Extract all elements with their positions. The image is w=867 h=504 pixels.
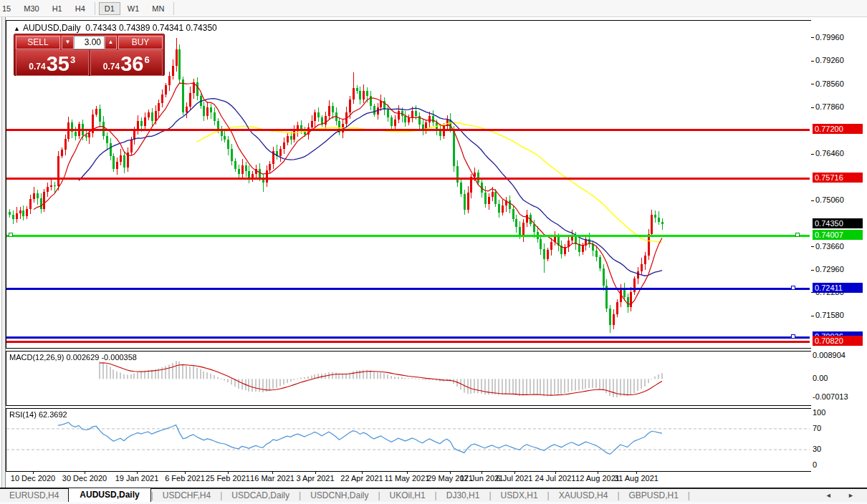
price-tag-red: 0.75716 — [813, 173, 863, 183]
rsi-tick-label: 30 — [813, 445, 821, 453]
chart-tab-audusd[interactable]: AUDUSD,Daily — [68, 488, 150, 502]
chart-ohlc-values: 0.74343 0.74389 0.74341 0.74350 — [85, 23, 217, 33]
price-tick-label: 0.73660 — [815, 242, 844, 251]
timeframe-button-w1[interactable]: W1 — [122, 2, 145, 15]
chart-tab-ukoil[interactable]: UKOil,H1 — [380, 490, 435, 501]
macd-tick-label: -0.007013 — [813, 392, 848, 401]
hline-drag-handle[interactable] — [795, 233, 800, 237]
timeframe-button-15[interactable]: 15 — [1, 2, 16, 15]
price-tick-label: 0.77860 — [815, 102, 844, 111]
date-axis[interactable]: 10 Dec 202030 Dec 202019 Jan 20216 Feb 2… — [6, 472, 811, 486]
toolbar-separator — [95, 2, 95, 15]
timeframe-button-mn[interactable]: MN — [146, 2, 170, 15]
rsi-tick-label: 100 — [813, 408, 825, 417]
chart-title: ▲AUDUSD,Daily 0.74343 0.74389 0.74341 0.… — [14, 23, 217, 33]
tick-mark — [811, 154, 814, 155]
hline-drag-handle[interactable] — [791, 334, 795, 339]
date-tick-label: 22 Apr 2021 — [340, 474, 383, 483]
chart-tab-usdchf[interactable]: USDCHF,H4 — [153, 490, 220, 501]
date-tick-label: 6 Feb 2021 — [165, 474, 205, 483]
chart-tab-xauusd[interactable]: XAUUSD,H4 — [550, 490, 618, 501]
macd-indicator-panel[interactable]: MACD(12,26,9) 0.002629 -0.000358 — [6, 351, 812, 406]
chart-tab-bar[interactable]: EURUSD,H4AUDUSD,Daily|USDCHF,H4|USDCAD,D… — [0, 489, 867, 502]
rsi-tick-label: 70 — [813, 424, 821, 432]
tick-mark — [811, 270, 814, 271]
hline-drag-handle[interactable] — [791, 286, 795, 290]
rsi-label: RSI(14) 62.3692 — [9, 410, 67, 419]
macd-tick-label: 0.008904 — [813, 351, 846, 359]
toolbar-separator — [173, 2, 174, 15]
buy-price-sup: 6 — [144, 54, 149, 65]
sell-price-prefix: 0.74 — [29, 62, 45, 72]
symbol-arrow-icon: ▲ — [14, 25, 20, 32]
sell-price-big: 35 — [47, 54, 70, 74]
date-tick-label: 12 Aug 2021 — [575, 474, 620, 483]
price-tick: 0.72960 — [811, 265, 844, 273]
price-tick: 0.78560 — [811, 79, 844, 88]
macd-values: 0.002629 -0.000358 — [66, 353, 136, 362]
rsi-canvas[interactable] — [6, 409, 810, 470]
tick-mark — [811, 107, 814, 108]
date-tick-label: 10 Dec 2020 — [11, 474, 55, 483]
sell-price-sup: 3 — [70, 54, 75, 65]
timeframe-toolbar[interactable]: 15M30H1H4D1W1MN — [0, 0, 867, 17]
buy-price-display[interactable]: 0.74 36 6 — [90, 50, 163, 76]
volume-down-button[interactable]: ▼ — [62, 36, 74, 49]
price-tick-label: 0.78560 — [815, 79, 844, 88]
price-tick: 0.76460 — [811, 149, 844, 158]
macd-tick-label: 0.00 — [813, 374, 828, 382]
tick-mark — [811, 246, 814, 247]
tick-mark — [811, 61, 814, 62]
price-tick-label: 0.71580 — [815, 311, 844, 319]
tick-mark — [811, 316, 814, 316]
timeframe-button-h4[interactable]: H4 — [70, 2, 91, 15]
chart-tab-usdcnh[interactable]: USDCNH,Daily — [301, 490, 378, 501]
hline-drag-handle[interactable] — [9, 233, 13, 237]
price-tick: 0.79260 — [811, 56, 844, 64]
chart-tab-usdx[interactable]: USDX,H1 — [492, 490, 547, 501]
buy-price-big: 36 — [120, 54, 143, 74]
timeframe-button-d1[interactable]: D1 — [99, 2, 120, 15]
chart-symbol-period: AUDUSD,Daily — [23, 23, 81, 33]
price-chart-panel[interactable]: ▲AUDUSD,Daily 0.74343 0.74389 0.74341 0.… — [6, 20, 812, 349]
rsi-indicator-panel[interactable]: RSI(14) 62.3692 — [6, 408, 812, 472]
tab-separator: | — [688, 490, 690, 500]
date-tick-label: 16 Mar 2021 — [250, 474, 294, 483]
price-tag-green: 0.74007 — [813, 230, 863, 240]
price-tick-label: 0.72960 — [815, 265, 844, 273]
price-axis[interactable]: 0.799600.792600.785600.778600.764600.750… — [811, 20, 867, 472]
chart-tab-usdcad[interactable]: USDCAD,Daily — [222, 490, 299, 501]
price-tag-red: 0.77200 — [813, 124, 863, 134]
price-tick: 0.71580 — [811, 311, 844, 319]
rsi-tick-label: 0 — [813, 460, 817, 469]
timeframe-button-h1[interactable]: H1 — [47, 2, 68, 15]
buy-button[interactable]: BUY — [118, 36, 163, 49]
price-tick-label: 0.76460 — [815, 149, 844, 158]
date-tick-label: 30 Dec 2020 — [62, 474, 107, 483]
timeframe-button-m30[interactable]: M30 — [18, 2, 44, 15]
tick-mark — [811, 84, 814, 84]
price-tag-blue: 0.72411 — [813, 283, 863, 293]
chart-tab-dj30[interactable]: DJ30,H1 — [437, 490, 489, 501]
sell-price-display[interactable]: 0.74 35 3 — [16, 50, 89, 76]
chart-tab-gbpusd[interactable]: GBPUSD,H1 — [620, 490, 688, 501]
date-tick-label: 25 Feb 2021 — [206, 474, 250, 483]
volume-input[interactable]: 3.00 — [74, 36, 105, 49]
date-tick-label: 24 Jul 2021 — [535, 474, 576, 483]
price-tick-label: 0.75060 — [815, 195, 844, 204]
tab-scroll-arrows[interactable]: ◄ ► — [825, 492, 861, 499]
price-tick: 0.73660 — [811, 242, 844, 251]
chart-tab-eurusd[interactable]: EURUSD,H4 — [0, 490, 68, 501]
buy-price-prefix: 0.74 — [103, 62, 120, 72]
macd-name: MACD(12,26,9) — [9, 353, 64, 362]
one-click-trade-widget[interactable]: SELL ▼ 3.00 ▲ BUY 0.74 35 3 0.74 36 6 — [14, 34, 165, 76]
volume-up-button[interactable]: ▲ — [105, 36, 117, 49]
date-tick-label: 19 Jan 2021 — [115, 474, 159, 483]
price-tick: 0.75060 — [811, 195, 844, 204]
price-tick-label: 0.79960 — [815, 33, 844, 42]
price-tick: 0.79960 — [811, 33, 844, 42]
date-tick-label: 11 May 2021 — [385, 474, 430, 483]
sell-button[interactable]: SELL — [16, 36, 60, 49]
price-tick-label: 0.79260 — [815, 56, 844, 64]
tick-mark — [811, 200, 814, 201]
